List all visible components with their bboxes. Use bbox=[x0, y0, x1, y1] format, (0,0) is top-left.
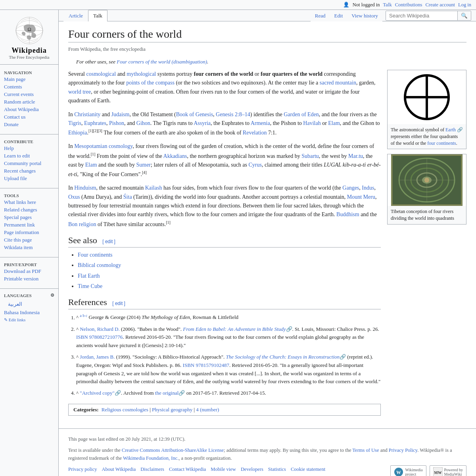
tigris-link[interactable]: Tigris bbox=[68, 120, 81, 126]
time-cube-link[interactable]: Time Cube bbox=[78, 283, 102, 289]
ethiopia-link[interactable]: Ethiopia bbox=[68, 130, 87, 136]
world-tree-link[interactable]: world tree bbox=[68, 89, 91, 95]
contributions-link[interactable]: Contributions bbox=[395, 2, 422, 8]
judaism-link[interactable]: Judaism bbox=[111, 111, 130, 117]
footer-privacy-link[interactable]: Privacy policy bbox=[68, 466, 97, 472]
armenia-link[interactable]: Armenia bbox=[251, 120, 270, 126]
footer-contact-link[interactable]: Contact Wikipedia bbox=[169, 466, 206, 472]
ref1c-link[interactable]: c bbox=[86, 313, 87, 318]
tab-read[interactable]: Read bbox=[311, 10, 330, 21]
ref3-jordan-link[interactable]: Jordan, James B. bbox=[80, 354, 115, 360]
cosmological-link[interactable]: cosmological bbox=[86, 71, 116, 77]
martu-link[interactable]: Mar.tu bbox=[348, 153, 363, 159]
arabic-link[interactable]: العربية bbox=[4, 300, 54, 308]
buddhism-link[interactable]: Buddhism bbox=[336, 211, 359, 217]
what-links-here-link[interactable]: What links here bbox=[0, 199, 58, 206]
mount-meru-link[interactable]: Mount Meru bbox=[347, 194, 375, 200]
community-portal-link[interactable]: Community portal bbox=[0, 160, 58, 167]
references-edit-link[interactable]: edit bbox=[115, 301, 123, 306]
mesopotamian-cosmology-link[interactable]: Mesopotamian cosmology bbox=[74, 143, 132, 149]
sumer-link[interactable]: Sumer bbox=[136, 162, 151, 168]
help-link[interactable]: Help bbox=[0, 145, 58, 152]
akkadians-link[interactable]: Akkadians bbox=[163, 153, 187, 159]
create-account-link[interactable]: Create account bbox=[425, 2, 455, 8]
cite-this-page-link[interactable]: Cite this page bbox=[0, 236, 58, 244]
related-changes-link[interactable]: Related changes bbox=[0, 206, 58, 214]
flat-earth-link[interactable]: Flat Earth bbox=[78, 273, 100, 279]
four-continents-link2[interactable]: four continents bbox=[427, 140, 456, 146]
random-article-link[interactable]: Random article bbox=[0, 98, 58, 106]
bon-religion-link[interactable]: Bon religion bbox=[68, 221, 96, 227]
biblical-cosmology-link[interactable]: Biblical cosmology bbox=[78, 262, 121, 268]
garden-of-eden-link[interactable]: Garden of Eden bbox=[284, 111, 319, 117]
ref2-nelson-link[interactable]: Nelson, Richard D. bbox=[80, 326, 119, 332]
ref4-archived-link[interactable]: "Archived copy" bbox=[80, 390, 115, 396]
contents-link[interactable]: Contents bbox=[0, 83, 58, 91]
mythological-link[interactable]: mythological bbox=[127, 71, 156, 77]
permanent-link-link[interactable]: Permanent link bbox=[0, 221, 58, 229]
about-wikipedia-link[interactable]: About Wikipedia bbox=[0, 106, 58, 113]
search-input[interactable] bbox=[386, 11, 457, 20]
tab-talk[interactable]: Talk bbox=[88, 10, 107, 21]
ref2-isbn-link[interactable]: ISBN 9780827210776 bbox=[76, 334, 123, 340]
book-of-genesis-link[interactable]: Book of Genesis bbox=[176, 111, 213, 117]
privacy-policy-link[interactable]: Privacy Policy bbox=[389, 447, 417, 453]
recent-changes-link[interactable]: Recent changes bbox=[0, 167, 58, 175]
category-religious-cosmologies[interactable]: Religious cosmologies bbox=[102, 407, 148, 413]
ganges-link[interactable]: Ganges bbox=[342, 185, 359, 191]
wikimedia-foundation-link[interactable]: Wikimedia Foundation, Inc. bbox=[123, 455, 178, 461]
euphrates-link[interactable]: Euphrates bbox=[84, 120, 106, 126]
kailash-link[interactable]: Kailash bbox=[145, 185, 162, 191]
assyria-link[interactable]: Assyria bbox=[194, 120, 211, 126]
compass-link[interactable]: points of the compass bbox=[126, 80, 175, 86]
subartu-link[interactable]: Subartu bbox=[301, 153, 319, 159]
languages-gear-icon[interactable]: ⚙ bbox=[50, 293, 54, 298]
ref1a-link[interactable]: a bbox=[80, 313, 81, 318]
category-4-number[interactable]: 4 (number) bbox=[196, 407, 219, 413]
revelation-link[interactable]: Revelation bbox=[243, 130, 267, 136]
printable-version-link[interactable]: Printable version bbox=[0, 275, 58, 283]
earth-link[interactable]: Earth bbox=[445, 127, 456, 132]
tab-view-history[interactable]: View history bbox=[347, 10, 382, 21]
bahasa-indonesia-link[interactable]: Bahasa Indonesia bbox=[0, 309, 58, 317]
havilah-link[interactable]: Havilah bbox=[303, 120, 321, 126]
special-pages-link[interactable]: Special pages bbox=[0, 214, 58, 221]
gihon-link[interactable]: Gihon bbox=[136, 120, 150, 126]
footer-cookie-link[interactable]: Cookie statement bbox=[291, 466, 325, 472]
elam2-link[interactable]: Elam bbox=[85, 162, 97, 168]
terms-of-use-link[interactable]: Terms of Use bbox=[352, 447, 379, 453]
search-button[interactable]: 🔍 bbox=[457, 11, 471, 20]
ref4-original-link[interactable]: the original bbox=[155, 390, 179, 396]
ref3-book-link[interactable]: The Sociology of the Church: Essays in R… bbox=[226, 354, 340, 360]
christianity-link[interactable]: Christianity bbox=[74, 111, 100, 117]
download-pdf-link[interactable]: Download as PDF bbox=[0, 268, 58, 275]
footer-about-link[interactable]: About Wikipedia bbox=[102, 466, 136, 472]
hinduism-link[interactable]: Hinduism bbox=[74, 185, 96, 191]
ref1b-link[interactable]: b bbox=[83, 313, 84, 318]
pishon-link[interactable]: Pishon bbox=[109, 120, 124, 126]
ref2-book-link[interactable]: From Eden to Babel: An Adventure in Bibl… bbox=[183, 326, 286, 332]
learn-to-edit-link[interactable]: Learn to edit bbox=[0, 152, 58, 160]
indus-link[interactable]: Indus bbox=[362, 185, 374, 191]
current-events-link[interactable]: Current events bbox=[0, 91, 58, 98]
see-also-edit-link[interactable]: edit bbox=[105, 239, 113, 244]
footer-disclaimers-link[interactable]: Disclaimers bbox=[140, 466, 164, 472]
talk-link[interactable]: Talk bbox=[383, 2, 392, 8]
sita-link[interactable]: Śita bbox=[123, 194, 132, 200]
edit-links-link[interactable]: ✎ Edit links bbox=[0, 317, 58, 323]
tab-article[interactable]: Article bbox=[63, 10, 88, 21]
main-page-link[interactable]: Main page bbox=[0, 76, 58, 83]
cc-license-link[interactable]: Creative Commons Attribution-ShareAlike … bbox=[122, 447, 224, 453]
elam-link[interactable]: Elam bbox=[328, 120, 340, 126]
upload-file-link[interactable]: Upload file bbox=[0, 175, 58, 182]
donate-link[interactable]: Donate bbox=[0, 121, 58, 129]
sacred-mountain-link[interactable]: sacred mountain bbox=[320, 80, 356, 86]
wikidata-item-link[interactable]: Wikidata item bbox=[0, 244, 58, 251]
cyrus-link[interactable]: Cyrus bbox=[249, 162, 262, 168]
ref3-isbn-link[interactable]: ISBN 9781579102487 bbox=[183, 362, 229, 368]
disambiguation-link[interactable]: Four corners of the world (disambiguatio… bbox=[117, 59, 207, 65]
footer-statistics-link[interactable]: Statistics bbox=[268, 466, 286, 472]
category-physical-geography[interactable]: Physical geography bbox=[152, 407, 192, 413]
tab-edit[interactable]: Edit bbox=[330, 10, 347, 21]
log-in-link[interactable]: Log in bbox=[458, 2, 471, 8]
